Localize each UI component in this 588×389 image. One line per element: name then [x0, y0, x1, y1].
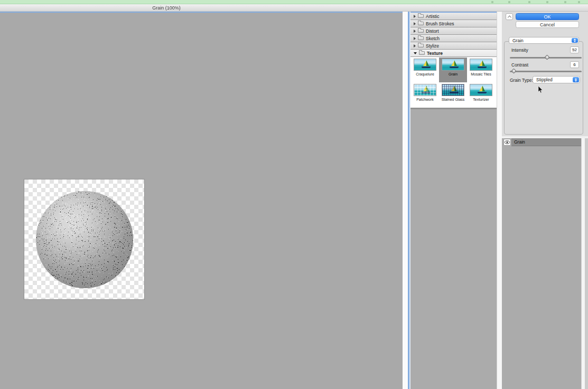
hull-shape	[422, 67, 431, 68]
transparency-checkerboard[interactable]	[24, 179, 145, 300]
select-stepper-icon[interactable]	[572, 38, 578, 43]
contrast-value-field[interactable]	[570, 61, 579, 68]
contrast-slider[interactable]	[510, 71, 582, 72]
dialog-title: Grain (100%)	[132, 5, 201, 11]
category-stylize[interactable]: Stylize	[410, 42, 497, 50]
pane-divider	[403, 12, 408, 389]
settings-panel: OK Cancel Grain Intensity Contrast Grain…	[502, 12, 588, 389]
filter-thumbnail-grid: Craquelure Grain Mosaic Tiles	[410, 57, 497, 108]
folder-icon	[418, 29, 424, 33]
folder-icon	[418, 22, 424, 25]
filter-thumb-patchwork[interactable]: Patchwork	[411, 83, 439, 108]
category-label: Brush Strokes	[426, 21, 454, 26]
folder-icon	[418, 36, 424, 40]
filter-thumb-mosaic-tiles[interactable]: Mosaic Tiles	[467, 58, 495, 82]
sailboat-thumbnail[interactable]	[470, 59, 492, 71]
filter-thumb-texturizer[interactable]: Texturizer	[467, 83, 495, 108]
hull-shape	[450, 67, 459, 68]
sailboat-thumbnail[interactable]	[442, 59, 464, 71]
intensity-label: Intensity	[511, 48, 528, 53]
thumb-label: Texturizer	[473, 98, 489, 101]
eye-icon	[505, 140, 510, 144]
filter-thumb-stained-glass[interactable]: Stained Glass	[439, 83, 467, 108]
category-texture[interactable]: Texture	[410, 50, 497, 57]
disclosure-right-icon[interactable]	[414, 22, 416, 25]
collapse-panel-button[interactable]	[506, 13, 513, 20]
sail-shape	[479, 61, 482, 66]
category-label: Texture	[427, 51, 443, 56]
menubar-remnant	[546, 1, 548, 3]
folder-open-icon	[419, 51, 425, 55]
hull-shape	[478, 92, 487, 93]
category-sketch[interactable]: Sketch	[410, 35, 497, 42]
filter-panel-scrollbar[interactable]	[497, 12, 502, 389]
menubar-remnant	[491, 1, 493, 3]
dialog-title-bar[interactable]: Grain (100%)	[0, 4, 588, 12]
filter-category-panel: Artistic Brush Strokes Distort Sketch St…	[410, 13, 497, 389]
filter-thumb-craquelure[interactable]: Craquelure	[411, 58, 439, 82]
disclosure-right-icon[interactable]	[414, 15, 416, 18]
thumb-label: Craquelure	[416, 72, 434, 76]
intensity-value-field[interactable]	[570, 46, 579, 53]
panel-right-edge	[585, 138, 588, 389]
disclosure-right-icon[interactable]	[414, 44, 416, 48]
filter-panel-empty-area	[410, 108, 497, 389]
category-label: Distort	[426, 29, 439, 34]
grain-sphere-preview	[35, 191, 134, 289]
disclosure-right-icon[interactable]	[414, 37, 416, 40]
grain-type-select[interactable]: Stippled	[533, 76, 580, 83]
effect-layer-label: Grain	[514, 139, 525, 145]
menubar-remnant	[564, 1, 566, 3]
menubar-remnant	[578, 1, 580, 3]
filter-select[interactable]: Grain	[509, 37, 579, 44]
category-label: Artistic	[426, 14, 440, 19]
hull-shape	[478, 67, 487, 68]
stepper-up-arrow	[575, 78, 577, 80]
thumb-label: Mosaic Tiles	[471, 72, 491, 76]
effect-layers-panel: Grain	[502, 136, 588, 389]
disclosure-right-icon[interactable]	[414, 30, 416, 33]
filter-gallery-dialog: Grain (100%)	[0, 0, 588, 389]
select-stepper-icon[interactable]	[573, 77, 579, 82]
effect-layer-row-grain[interactable]: Grain	[511, 138, 581, 146]
chevron-up-icon	[507, 15, 511, 19]
sailboat-thumbnail[interactable]	[470, 84, 492, 96]
category-brush-strokes[interactable]: Brush Strokes	[410, 20, 497, 27]
sailboat-thumbnail[interactable]	[414, 84, 436, 96]
stepper-up-arrow	[574, 39, 576, 40]
stepper-down-arrow	[575, 80, 577, 82]
mouse-cursor-icon	[538, 86, 543, 93]
filter-preview-pane[interactable]	[0, 13, 403, 389]
thumb-label: Patchwork	[416, 98, 434, 101]
sail-shape	[423, 61, 426, 66]
category-distort[interactable]: Distort	[410, 27, 497, 35]
folder-icon	[418, 14, 424, 18]
thumb-label: Grain	[449, 72, 458, 76]
grain-type-value: Stippled	[536, 77, 553, 82]
sail-shape	[451, 61, 454, 66]
category-artistic[interactable]: Artistic	[410, 13, 497, 20]
intensity-slider[interactable]	[510, 57, 582, 59]
filter-select-value: Grain	[512, 38, 524, 43]
sail-shape	[482, 60, 485, 66]
ok-button[interactable]: OK	[516, 13, 579, 20]
cancel-button[interactable]: Cancel	[516, 21, 579, 28]
sail-shape	[454, 60, 457, 66]
category-label: Sketch	[426, 36, 440, 41]
filter-settings-group	[504, 41, 583, 135]
category-label: Stylize	[426, 43, 439, 49]
sailboat-thumbnail[interactable]	[414, 59, 436, 71]
sail-shape	[426, 60, 429, 66]
sailboat-thumbnail[interactable]	[442, 84, 464, 96]
thumb-label: Stained Glass	[442, 98, 465, 101]
stained-glass-overlay	[442, 84, 464, 96]
patchwork-overlay	[414, 84, 436, 96]
disclosure-down-icon[interactable]	[414, 52, 417, 54]
effect-layers-scrollbar[interactable]	[581, 138, 585, 389]
folder-icon	[418, 44, 424, 48]
layer-visibility-button[interactable]	[503, 139, 511, 146]
filter-thumb-grain[interactable]: Grain	[439, 58, 467, 82]
menubar-remnant-strip	[0, 0, 588, 4]
sail-shape	[482, 86, 485, 91]
menubar-remnant	[508, 1, 510, 3]
